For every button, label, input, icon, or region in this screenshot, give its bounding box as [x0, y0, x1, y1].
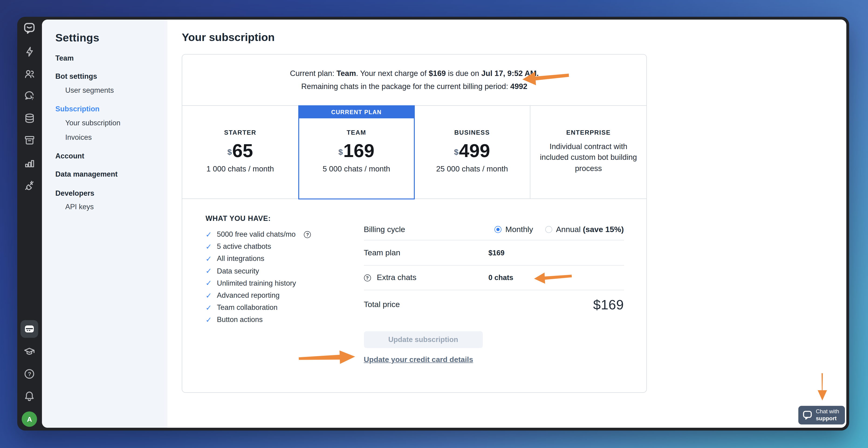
- check-icon: ✓: [206, 230, 212, 239]
- team-plan-row: Team plan $169: [364, 241, 624, 265]
- user-avatar[interactable]: A: [22, 411, 37, 426]
- plan-team-current[interactable]: CURRENT PLAN TEAM $169 5 000 chats / mon…: [298, 105, 414, 199]
- app-window: ?: [17, 17, 849, 430]
- feature-item: ✓ Button actions: [206, 314, 350, 326]
- currency-sign: $: [454, 148, 459, 157]
- feature-item: ✓ 5000 free valid chats/mo ?: [206, 228, 350, 241]
- chat-bubble-icon: [802, 410, 812, 420]
- icon-rail: ?: [17, 17, 42, 430]
- monthly-radio-option[interactable]: Monthly: [495, 225, 533, 234]
- sidebar-item-api-keys[interactable]: API keys: [42, 202, 167, 211]
- support-label: Chat with support: [816, 408, 839, 422]
- subscription-card: Current plan: Team. Your next charge of …: [182, 54, 647, 393]
- extra-chats-value: 0 chats: [488, 274, 513, 282]
- academy-cap-icon[interactable]: [23, 345, 36, 358]
- update-subscription-button[interactable]: Update subscription: [364, 331, 483, 348]
- plan-name: BUSINESS: [455, 129, 490, 136]
- update-credit-card-link[interactable]: Update your credit card details: [364, 355, 473, 364]
- radio-selected-icon[interactable]: [495, 226, 502, 233]
- check-icon: ✓: [206, 303, 212, 312]
- currency-sign: $: [227, 148, 232, 157]
- sidebar-item-subscription[interactable]: Subscription: [42, 104, 167, 114]
- plan-name: STARTER: [224, 129, 256, 136]
- feature-item: ✓ Team collaboration: [206, 301, 350, 314]
- sidebar-item-user-segments[interactable]: User segments: [42, 86, 167, 95]
- plan-description: Individual contract with included custom…: [538, 141, 638, 174]
- settings-nav-panel: Settings Team Bot settings User segments…: [42, 19, 168, 428]
- billing-cycle-options: Monthly Annual (save 15%): [495, 225, 624, 234]
- radio-unselected-icon[interactable]: [545, 226, 552, 233]
- billing-cycle-label: Billing cycle: [364, 225, 488, 234]
- team-plan-label: Team plan: [364, 248, 488, 257]
- avatar-letter: A: [27, 415, 32, 423]
- sidebar-item-data-management[interactable]: Data management: [42, 169, 167, 179]
- features-heading: WHAT YOU HAVE:: [206, 214, 350, 223]
- chat-question-icon[interactable]: ?: [23, 90, 36, 102]
- check-icon: ✓: [206, 266, 212, 276]
- archive-icon[interactable]: [23, 134, 36, 147]
- sidebar-item-team[interactable]: Team: [42, 53, 167, 63]
- plans-row: STARTER $65 1 000 chats / month BUSINESS…: [182, 105, 646, 199]
- plan-price: $65: [227, 140, 253, 161]
- chat-with-support-widget[interactable]: Chat with support: [798, 406, 845, 424]
- chatbot-logo-icon[interactable]: [23, 22, 36, 34]
- help-circle-icon[interactable]: ?: [364, 274, 371, 281]
- feature-item: ✓ All integrations: [206, 253, 350, 265]
- total-price-label: Total price: [364, 300, 400, 309]
- plan-name: TEAM: [347, 129, 366, 136]
- plan-chats: 25 000 chats / month: [436, 164, 508, 173]
- current-plan-badge: CURRENT PLAN: [299, 106, 413, 118]
- team-icon[interactable]: [23, 68, 36, 80]
- sidebar-item-invoices[interactable]: Invoices: [42, 133, 167, 142]
- current-plan-notice: Current plan: Team. Your next charge of …: [182, 55, 646, 105]
- check-icon: ✓: [206, 315, 212, 324]
- sidebar-item-bot-settings[interactable]: Bot settings: [42, 71, 167, 81]
- features-section: WHAT YOU HAVE: ✓ 5000 free valid chats/m…: [206, 214, 350, 326]
- reports-icon[interactable]: [23, 157, 36, 169]
- main-area: Your subscription Current plan: Team. Yo…: [167, 19, 846, 428]
- database-icon[interactable]: [23, 112, 36, 124]
- app-content: Settings Team Bot settings User segments…: [42, 19, 846, 428]
- notice-line-1: Current plan: Team. Your next charge of …: [290, 69, 539, 78]
- annotation-arrow-credit-card: [299, 348, 356, 367]
- plan-chats: 1 000 chats / month: [207, 164, 274, 173]
- plan-chats: 5 000 chats / month: [323, 164, 390, 173]
- plan-name: ENTERPRISE: [566, 129, 611, 136]
- plan-starter[interactable]: STARTER $65 1 000 chats / month: [182, 106, 298, 198]
- plan-business[interactable]: BUSINESS $499 25 000 chats / month: [414, 106, 530, 198]
- notice-line-2: Remaining chats in the package for the c…: [301, 82, 527, 91]
- svg-text:?: ?: [28, 371, 31, 377]
- notifications-bell-icon[interactable]: [23, 390, 36, 403]
- lightning-icon[interactable]: [23, 45, 36, 58]
- currency-sign: $: [338, 148, 343, 157]
- plan-enterprise[interactable]: ENTERPRISE Individual contract with incl…: [530, 106, 647, 198]
- team-plan-value: $169: [488, 249, 504, 257]
- integrations-plug-icon[interactable]: [23, 179, 36, 192]
- sidebar-item-developers[interactable]: Developers: [42, 189, 167, 198]
- extra-chats-row: ? Extra chats 0 chats: [364, 265, 624, 290]
- total-price-row: Total price $169: [364, 290, 624, 319]
- help-icon[interactable]: ?: [23, 367, 36, 380]
- sidebar-item-account[interactable]: Account: [42, 151, 167, 161]
- total-price-value: $169: [593, 297, 624, 312]
- help-circle-icon[interactable]: ?: [304, 231, 311, 238]
- check-icon: ✓: [206, 291, 212, 300]
- feature-item: ✓ Advanced reporting: [206, 289, 350, 301]
- billing-cycle-row: Billing cycle Monthly Annual (save 15%): [364, 219, 624, 240]
- settings-title: Settings: [56, 31, 167, 44]
- check-icon: ✓: [206, 254, 212, 263]
- feature-item: ✓ Data security: [206, 265, 350, 277]
- billing-summary: Billing cycle Monthly Annual (save 15%): [364, 219, 624, 319]
- features-list: ✓ 5000 free valid chats/mo ? ✓ 5 active …: [206, 228, 350, 326]
- svg-text:?: ?: [31, 96, 34, 101]
- page-title: Your subscription: [182, 31, 275, 43]
- check-icon: ✓: [206, 242, 212, 251]
- feature-item: ✓ 5 active chatbots: [206, 241, 350, 253]
- check-icon: ✓: [206, 279, 212, 288]
- feature-item: ✓ Unlimited training history: [206, 277, 350, 289]
- billing-card-icon-active[interactable]: [21, 320, 38, 338]
- sidebar-item-your-subscription[interactable]: Your subscription: [42, 118, 167, 127]
- annual-radio-option[interactable]: Annual (save 15%): [545, 225, 624, 234]
- desktop-background: ?: [0, 0, 868, 448]
- extra-chats-label: ? Extra chats: [364, 273, 488, 282]
